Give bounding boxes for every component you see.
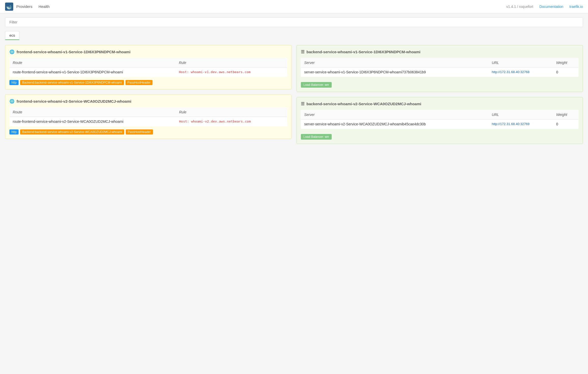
nav-providers[interactable]: Providers	[16, 4, 32, 9]
badge-http-2: http	[9, 129, 19, 135]
header-right: v1.4.1 / roquefort Documentation traefik…	[506, 5, 583, 9]
globe-icon: 🌐	[9, 49, 15, 54]
backend-card-2-table: Server URL Weight server-service-whoami-…	[301, 110, 579, 129]
col-route-1: Route	[10, 58, 176, 68]
docs-link[interactable]: Documentation	[539, 5, 563, 9]
frontend-card-2: 🌐 frontend-service-whoami-v2-Service-WCA…	[5, 95, 291, 139]
route-value-1: route-frontend-service-whoami-v1-Service…	[10, 68, 176, 77]
main-nav: Providers Health	[16, 4, 506, 9]
tabs: ecs	[0, 31, 588, 40]
server-icon-1: ☰	[301, 49, 304, 54]
header: 🐋 Providers Health v1.4.1 / roquefort Do…	[0, 0, 588, 13]
route-value-2: route-frontend-service-whoami-v2-Service…	[10, 117, 176, 126]
frontend-card-1: 🌐 frontend-service-whoami-v1-Service-1DI…	[5, 45, 291, 89]
main-content: 🌐 frontend-service-whoami-v1-Service-1DI…	[0, 42, 588, 149]
frontend-card-2-table: Route Rule route-frontend-service-whoami…	[9, 107, 287, 126]
lb-badge-1: Load Balancer: wrr	[301, 82, 332, 88]
rule-value-2: Host: whoami-v2.dev.aws.netbears.com	[176, 117, 287, 126]
frontend-card-2-title: 🌐 frontend-service-whoami-v2-Service-WCA…	[9, 99, 287, 104]
backend-card-1-title: ☰ backend-service-whoami-v1-Service-1DI6…	[301, 49, 579, 54]
badge-passhost-2: PassHostHeader	[126, 129, 153, 135]
col-rule-2: Rule	[176, 108, 287, 117]
server-value-1: server-service-whoami-v1-Service-1DI6X3P…	[301, 68, 489, 77]
badge-passhost-1: PassHostHeader	[125, 80, 153, 85]
weight-value-1: 0	[553, 68, 579, 77]
col-weight-2: Weight	[553, 110, 579, 119]
badge-http-1: http	[9, 80, 19, 85]
col-route-2: Route	[10, 108, 176, 117]
url-value-2: http://172.31.68.40:32769	[489, 119, 553, 129]
traefik-io-link[interactable]: traefik.io	[569, 5, 583, 9]
version-label: v1.4.1 / roquefort	[506, 5, 533, 9]
backend-card-1-table: Server URL Weight server-service-whoami-…	[301, 58, 579, 77]
backend-card-1: ☰ backend-service-whoami-v1-Service-1DI6…	[297, 45, 583, 92]
col-url-2: URL	[489, 110, 553, 119]
backend-column: ☰ backend-service-whoami-v1-Service-1DI6…	[297, 45, 583, 144]
backend-card-2-title: ☰ backend-service-whoami-v2-Service-WCA0…	[301, 101, 579, 106]
table-row: route-frontend-service-whoami-v2-Service…	[10, 117, 287, 126]
tab-ecs[interactable]: ecs	[5, 31, 19, 40]
rule-value-1: Host: whoami-v1.dev.aws.netbears.com	[176, 68, 287, 77]
lb-badge-2: Load Balancer: wrr	[301, 134, 332, 140]
badge-backend-1: Backend:backend-service-whoami-v1-Servic…	[20, 80, 124, 85]
filter-bar	[0, 13, 588, 31]
col-rule-1: Rule	[176, 58, 287, 68]
url-value-1: http://172.31.68.40:32768	[489, 68, 553, 77]
backend-card-2: ☰ backend-service-whoami-v2-Service-WCA0…	[297, 97, 583, 144]
nav-health[interactable]: Health	[38, 4, 49, 9]
col-server-2: Server	[301, 110, 489, 119]
frontend-card-1-badges: http Backend:backend-service-whoami-v1-S…	[9, 80, 287, 85]
weight-value-2: 0	[553, 119, 579, 129]
frontend-column: 🌐 frontend-service-whoami-v1-Service-1DI…	[5, 45, 291, 144]
badge-backend-2: Backend:backend-service-whoami-v2-Servic…	[20, 129, 124, 135]
filter-input[interactable]	[5, 17, 583, 27]
table-row: route-frontend-service-whoami-v1-Service…	[10, 68, 287, 77]
table-row: server-service-whoami-v2-Service-WCA0OZU…	[301, 119, 579, 129]
col-url-1: URL	[489, 58, 553, 68]
frontend-card-1-table: Route Rule route-frontend-service-whoami…	[9, 58, 287, 77]
globe-icon-2: 🌐	[9, 99, 15, 104]
server-icon-2: ☰	[301, 101, 304, 106]
table-row: server-service-whoami-v1-Service-1DI6X3P…	[301, 68, 579, 77]
server-value-2: server-service-whoami-v2-Service-WCA0OZU…	[301, 119, 489, 129]
col-server-1: Server	[301, 58, 489, 68]
frontend-card-1-title: 🌐 frontend-service-whoami-v1-Service-1DI…	[9, 49, 287, 54]
col-weight-1: Weight	[553, 58, 579, 68]
svg-text:🐋: 🐋	[6, 4, 12, 10]
frontend-card-2-badges: http Backend:backend-service-whoami-v2-S…	[9, 129, 287, 135]
logo: 🐋	[5, 3, 13, 11]
